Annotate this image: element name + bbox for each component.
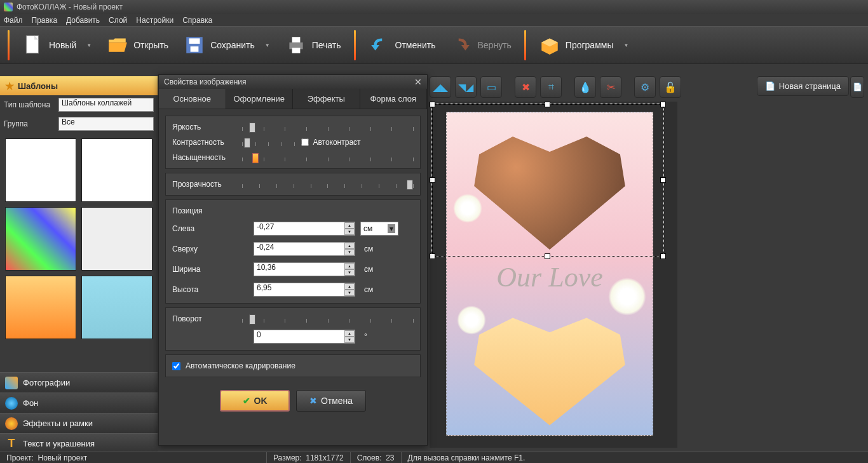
template-thumb[interactable] (81, 207, 153, 271)
dialog-tabs: Основное Оформление Эффекты Форма слоя (159, 89, 427, 109)
crop-section: Автоматическое кадрирование (165, 354, 421, 377)
dialog-buttons: ✔ OK ✖ Отмена (159, 384, 427, 418)
unit-text: см (360, 285, 398, 294)
crop-button[interactable]: ⌗ (540, 76, 562, 98)
tab-effects[interactable]: Эффекты и рамки (0, 413, 158, 433)
crop-icon: ⌗ (548, 81, 554, 93)
contrast-label: Контрастность (172, 138, 236, 147)
rotation-slider[interactable] (242, 317, 414, 321)
photo-icon (5, 377, 18, 389)
toolbar-separator (524, 30, 526, 60)
menu-help[interactable]: Справка (182, 16, 212, 25)
menu-settings[interactable]: Настройки (136, 16, 173, 25)
opacity-label: Прозрачность (172, 180, 236, 189)
open-button[interactable]: Открыть (100, 30, 175, 60)
sel-handle[interactable] (430, 253, 435, 259)
collage-card[interactable]: Our Love (446, 112, 653, 436)
print-button[interactable]: Печать (279, 30, 348, 60)
auto-crop-checkbox[interactable]: Автоматическое кадрирование (172, 361, 414, 370)
canvas-area[interactable]: Our Love (430, 102, 677, 448)
saturation-slider[interactable] (242, 156, 414, 159)
sel-handle[interactable] (545, 102, 550, 107)
ok-button[interactable]: ✔ OK (220, 390, 290, 412)
sel-handle[interactable] (430, 102, 435, 107)
template-thumb[interactable] (5, 276, 76, 339)
tab-text[interactable]: T Текст и украшения (0, 433, 158, 453)
width-input[interactable]: 10,36▲▼ (254, 262, 355, 276)
autocontrast-checkbox[interactable]: Автоконтраст (301, 138, 360, 147)
color-button[interactable]: 💧 (574, 76, 596, 98)
main-toolbar: Новый▼ Открыть Сохранить▼ Печать Отменит… (0, 26, 868, 64)
text-icon: T (5, 438, 18, 450)
folder-open-icon (107, 34, 128, 56)
page-add-icon: 📄 (765, 81, 775, 91)
template-thumb[interactable] (5, 207, 76, 271)
lock-button[interactable]: 🔓 (660, 76, 681, 98)
sel-handle[interactable] (660, 253, 666, 259)
cross-icon: ✖ (309, 396, 317, 406)
svg-rect-4 (191, 46, 199, 52)
menu-edit[interactable]: Правка (32, 16, 58, 25)
left-panel: ★ Шаблоны Тип шаблона Шаблоны коллажей Г… (0, 76, 158, 453)
save-button[interactable]: Сохранить▼ (177, 30, 276, 60)
tab-photos[interactable]: Фотографии (0, 372, 158, 393)
sel-handle[interactable] (660, 177, 666, 183)
menu-add[interactable]: Добавить (66, 16, 100, 25)
close-icon[interactable]: ✕ (414, 77, 422, 87)
undo-button[interactable]: Отменить (362, 30, 442, 60)
group-select[interactable]: Все (58, 117, 154, 131)
template-thumb[interactable] (81, 138, 153, 202)
lock-icon: 🔓 (664, 81, 677, 93)
dialog-body: Яркость Контрастность Автоконтраст Насыщ… (159, 109, 427, 384)
redo-button[interactable]: Вернуть (444, 30, 517, 60)
position-header: Позиция (172, 206, 414, 215)
position-section: Позиция Слева -0,27▲▼ см▾ Сверху -0,24▲▼… (165, 199, 421, 304)
template-thumb[interactable] (81, 276, 153, 339)
opacity-slider[interactable] (242, 182, 414, 186)
tab-background[interactable]: Фон (0, 393, 158, 413)
settings-button[interactable]: ⚙ (634, 76, 656, 98)
group-label: Группа (4, 119, 56, 128)
tab-shape[interactable]: Форма слоя (360, 89, 428, 109)
new-button[interactable]: Новый▼ (16, 30, 98, 60)
template-thumb[interactable] (5, 138, 76, 202)
new-page-button[interactable]: 📄 Новая страница (757, 76, 849, 96)
tab-effects[interactable]: Эффекты (293, 89, 360, 109)
sel-handle[interactable] (430, 177, 435, 183)
saturation-label: Насыщенность (172, 153, 236, 162)
height-input[interactable]: 6,95▲▼ (254, 283, 355, 297)
window-title: ФотоКОЛЛАЖ - Новый проект (17, 3, 123, 11)
title-bar: ФотоКОЛЛАЖ - Новый проект (0, 0, 868, 14)
layer-button[interactable]: ▭ (480, 76, 502, 98)
type-select[interactable]: Шаблоны коллажей (58, 98, 154, 112)
heart-photo-top[interactable] (466, 129, 634, 256)
flower-decoration (453, 194, 482, 223)
new-file-icon (22, 34, 44, 56)
left-input[interactable]: -0,27▲▼ (254, 222, 355, 236)
page-settings-button[interactable]: 📄 (850, 76, 864, 98)
unit-select[interactable]: см▾ (360, 222, 398, 236)
rotation-input[interactable]: 0▲▼ (254, 330, 355, 344)
delete-button[interactable]: ✖ (515, 76, 536, 98)
layer-icon: ▭ (487, 81, 496, 93)
contrast-slider[interactable] (242, 140, 295, 144)
status-project: Проект: Новый проект (0, 452, 267, 463)
group-row: Группа Все (0, 114, 158, 133)
cancel-button[interactable]: ✖ Отмена (296, 390, 366, 412)
status-hint: Для вызова справки нажмите F1. (402, 452, 532, 463)
flip-vertical-button[interactable]: ◥◢ (455, 76, 477, 98)
top-input[interactable]: -0,24▲▼ (254, 242, 355, 256)
cut-button[interactable]: ✂ (600, 76, 621, 98)
app-icon (4, 3, 13, 11)
heart-photo-bottom[interactable] (466, 311, 634, 431)
menu-layer[interactable]: Слой (109, 16, 127, 25)
star-icon: ★ (5, 80, 14, 92)
flip-horizontal-button[interactable]: ◢◣ (430, 76, 451, 98)
brightness-slider[interactable] (242, 125, 414, 129)
sel-handle[interactable] (660, 102, 666, 107)
programs-button[interactable]: Программы▼ (532, 30, 635, 60)
menu-file[interactable]: Файл (4, 16, 23, 25)
svg-rect-3 (189, 38, 200, 44)
tab-main[interactable]: Основное (159, 89, 226, 109)
tab-design[interactable]: Оформление (226, 89, 294, 109)
